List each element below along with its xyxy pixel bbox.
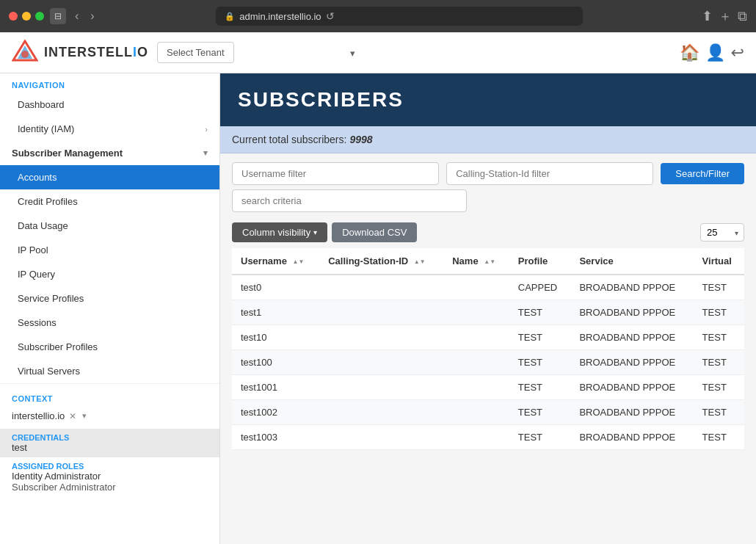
cell-username: test1 [232, 300, 319, 325]
sort-icon-username[interactable]: ▲▼ [293, 259, 305, 265]
sidebar-item-ip-pool[interactable]: IP Pool [0, 238, 219, 262]
cell-virtual: TEST [694, 275, 744, 300]
sidebar-item-data-usage[interactable]: Data Usage [0, 214, 219, 238]
cell-profile: TEST [509, 300, 571, 325]
cell-virtual: TEST [694, 325, 744, 350]
sidebar-item-subscriber-profiles[interactable]: Subscriber Profiles [0, 335, 219, 359]
chevron-down-icon: ▾ [203, 148, 208, 158]
page-title: SUBSCRIBERS [238, 88, 738, 112]
cell-virtual: TEST [694, 400, 744, 425]
credentials-label: CREDENTIALS [12, 433, 208, 442]
cell-username: test10 [232, 325, 319, 350]
cell-calling-station [319, 350, 443, 375]
table-row[interactable]: test1003 TEST BROADBAND PPPOE TEST [232, 425, 744, 450]
col-name: Name ▲▼ [443, 248, 509, 275]
sort-icon-calling-station[interactable]: ▲▼ [414, 259, 426, 265]
table-row[interactable]: test100 TEST BROADBAND PPPOE TEST [232, 350, 744, 375]
logo-io: O [137, 45, 148, 59]
per-page-wrapper: 25 50 100 [700, 223, 744, 242]
total-count: 9998 [349, 134, 372, 145]
subscribers-table: Username ▲▼ Calling-Station-ID ▲▼ Name ▲… [232, 248, 744, 450]
chevron-right-icon: › [205, 125, 208, 134]
cell-username: test100 [232, 350, 319, 375]
sidebar-item-identity-iam[interactable]: Identity (IAM) › [0, 117, 219, 141]
assigned-roles-section: ASSIGNED ROLES Identity Administrator Su… [0, 457, 219, 497]
forward-button[interactable]: › [87, 8, 97, 24]
share-button[interactable]: ⬆ [702, 7, 713, 25]
cell-name [443, 300, 509, 325]
table-row[interactable]: test1 TEST BROADBAND PPPOE TEST [232, 300, 744, 325]
table-row[interactable]: test0 CAPPED BROADBAND PPPOE TEST [232, 275, 744, 300]
back-button[interactable]: ‹ [72, 8, 81, 24]
calling-station-filter-input[interactable] [446, 162, 653, 185]
cell-calling-station [319, 325, 443, 350]
cell-calling-station [319, 375, 443, 400]
logo-text: INTERSTELLIO [44, 45, 148, 60]
cell-username: test1001 [232, 375, 319, 400]
context-section: CONTEXT interstellio.io ✕ ▾ [0, 383, 219, 429]
search-filter-button[interactable]: Search/Filter [661, 163, 744, 184]
context-item: interstellio.io ✕ ▾ [0, 406, 219, 426]
sidebar-item-service-profiles[interactable]: Service Profiles [0, 286, 219, 311]
cell-calling-station [319, 275, 443, 300]
fullscreen-traffic-light[interactable] [35, 12, 44, 21]
sidebar-item-dashboard[interactable]: Dashboard [0, 93, 219, 117]
assigned-role-1: Identity Administrator [12, 471, 208, 482]
lock-icon: 🔒 [225, 12, 235, 21]
close-traffic-light[interactable] [9, 12, 18, 21]
cell-profile: TEST [509, 400, 571, 425]
table-row[interactable]: test1002 TEST BROADBAND PPPOE TEST [232, 400, 744, 425]
cell-name [443, 350, 509, 375]
toolbar-row: Column visibility Download CSV 25 50 100 [220, 220, 756, 248]
svg-point-2 [21, 51, 29, 58]
download-csv-button[interactable]: Download CSV [332, 222, 417, 242]
logo-icon [12, 40, 38, 66]
new-tab-button[interactable]: ＋ [719, 7, 732, 25]
per-page-select[interactable]: 25 50 100 [700, 223, 744, 242]
home-button[interactable]: 🏠 [680, 43, 699, 62]
sidebar-item-ip-query[interactable]: IP Query [0, 262, 219, 286]
table-row[interactable]: test1001 TEST BROADBAND PPPOE TEST [232, 375, 744, 400]
reload-button[interactable]: ↺ [326, 10, 335, 22]
column-visibility-button[interactable]: Column visibility [232, 222, 327, 242]
cell-profile: TEST [509, 350, 571, 375]
content-area: Current total subscribers: 9998 Search/F… [220, 126, 756, 544]
col-service: Service [570, 248, 693, 275]
tabs-button[interactable]: ⧉ [738, 7, 747, 25]
cell-profile: TEST [509, 325, 571, 350]
cell-virtual: TEST [694, 425, 744, 450]
cell-name [443, 375, 509, 400]
logout-button[interactable]: ↪ [731, 43, 744, 62]
cell-username: test1002 [232, 400, 319, 425]
cell-profile: TEST [509, 425, 571, 450]
sidebar-item-virtual-servers[interactable]: Virtual Servers [0, 359, 219, 383]
cell-calling-station [319, 425, 443, 450]
sidebar-toggle-button[interactable]: ⊟ [50, 8, 66, 24]
sidebar: NAVIGATION Dashboard Identity (IAM) › Su… [0, 73, 220, 544]
cell-service: BROADBAND PPPOE [570, 425, 693, 450]
minimize-traffic-light[interactable] [22, 12, 31, 21]
cell-service: BROADBAND PPPOE [570, 400, 693, 425]
tenant-select[interactable]: Select Tenant [157, 42, 234, 63]
search-criteria-input[interactable] [232, 189, 467, 212]
username-filter-input[interactable] [232, 162, 439, 185]
table-row[interactable]: test10 TEST BROADBAND PPPOE TEST [232, 325, 744, 350]
sidebar-item-accounts[interactable]: Accounts [0, 165, 219, 189]
header-icons: 🏠 👤 ↪ [680, 43, 744, 62]
address-bar: 🔒 admin.interstellio.io ↺ [216, 7, 583, 26]
sidebar-item-subscriber-management[interactable]: Subscriber Management ▾ [0, 141, 219, 165]
cell-service: BROADBAND PPPOE [570, 300, 693, 325]
cell-service: BROADBAND PPPOE [570, 275, 693, 300]
col-username: Username ▲▼ [232, 248, 319, 275]
cell-name [443, 400, 509, 425]
cell-name [443, 425, 509, 450]
user-profile-button[interactable]: 👤 [705, 43, 725, 62]
context-close-icon[interactable]: ✕ [69, 411, 76, 421]
context-dropdown-icon[interactable]: ▾ [82, 411, 87, 421]
toolbar-left: Column visibility Download CSV [232, 222, 417, 242]
search-criteria-row [220, 189, 756, 220]
sidebar-item-sessions[interactable]: Sessions [0, 311, 219, 335]
sort-icon-name[interactable]: ▲▼ [484, 259, 495, 265]
sidebar-item-credit-profiles[interactable]: Credit Profiles [0, 189, 219, 214]
context-value: interstellio.io [12, 410, 65, 421]
